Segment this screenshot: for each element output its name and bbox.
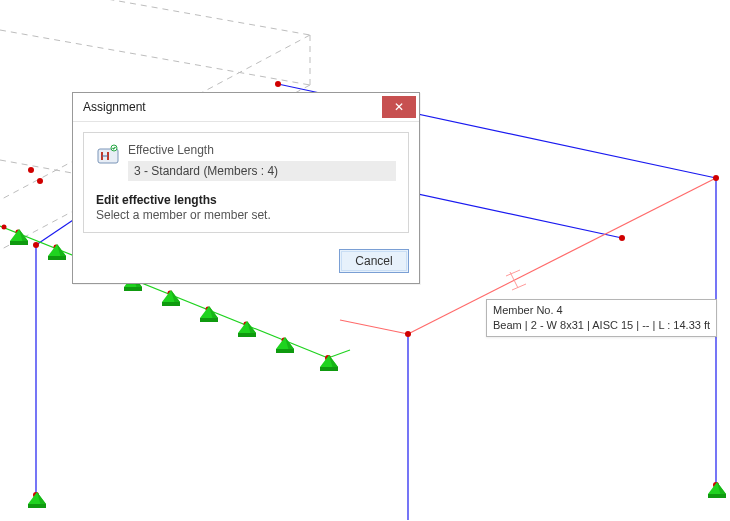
tooltip-line1: Member No. 4 — [493, 303, 710, 318]
svg-rect-68 — [28, 504, 46, 508]
svg-point-29 — [28, 167, 34, 173]
tooltip-line2: Beam | 2 - W 8x31 | AISC 15 | -- | L : 1… — [493, 318, 710, 333]
message-title: Edit effective lengths — [96, 193, 396, 207]
svg-rect-44 — [48, 256, 66, 260]
support-icon — [319, 355, 337, 373]
dialog-button-row: Cancel — [73, 243, 419, 283]
svg-rect-59 — [238, 333, 256, 337]
support-icon — [27, 492, 45, 510]
member-tooltip: Member No. 4 Beam | 2 - W 8x31 | AISC 15… — [486, 299, 717, 337]
svg-point-22 — [619, 235, 625, 241]
svg-point-30 — [2, 225, 7, 230]
svg-line-1 — [0, 30, 310, 85]
svg-point-21 — [713, 175, 719, 181]
svg-line-0 — [0, 0, 310, 35]
support-icon — [237, 321, 255, 339]
dialog-titlebar[interactable]: Assignment ✕ — [73, 93, 419, 122]
svg-rect-56 — [200, 318, 218, 322]
svg-rect-41 — [10, 241, 28, 245]
svg-rect-50 — [124, 287, 142, 291]
close-button[interactable]: ✕ — [382, 96, 416, 118]
svg-rect-71 — [708, 494, 726, 498]
support-icon — [47, 244, 65, 262]
effective-length-icon — [96, 143, 120, 167]
cancel-button[interactable]: Cancel — [339, 249, 409, 273]
close-icon: ✕ — [394, 100, 404, 114]
selection-row[interactable]: 3 - Standard (Members : 4) — [128, 161, 396, 181]
support-icon — [9, 229, 27, 247]
support-icon — [707, 482, 725, 500]
svg-line-17 — [512, 284, 526, 290]
section-title: Effective Length — [128, 143, 396, 157]
svg-point-23 — [405, 331, 411, 337]
support-icon — [161, 290, 179, 308]
dialog-content-panel: Effective Length 3 - Standard (Members :… — [83, 132, 409, 233]
support-icon — [275, 337, 293, 355]
svg-line-16 — [506, 270, 520, 276]
svg-point-25 — [33, 242, 39, 248]
svg-rect-62 — [276, 349, 294, 353]
svg-line-14 — [340, 320, 408, 334]
svg-point-20 — [275, 81, 281, 87]
svg-line-15 — [510, 272, 518, 288]
dialog-title: Assignment — [83, 100, 382, 114]
svg-rect-65 — [320, 367, 338, 371]
assignment-dialog: Assignment ✕ Effective Length 3 - Standa… — [72, 92, 420, 284]
support-icon — [199, 306, 217, 324]
message-body: Select a member or member set. — [96, 208, 396, 222]
svg-point-28 — [37, 178, 43, 184]
svg-rect-53 — [162, 302, 180, 306]
